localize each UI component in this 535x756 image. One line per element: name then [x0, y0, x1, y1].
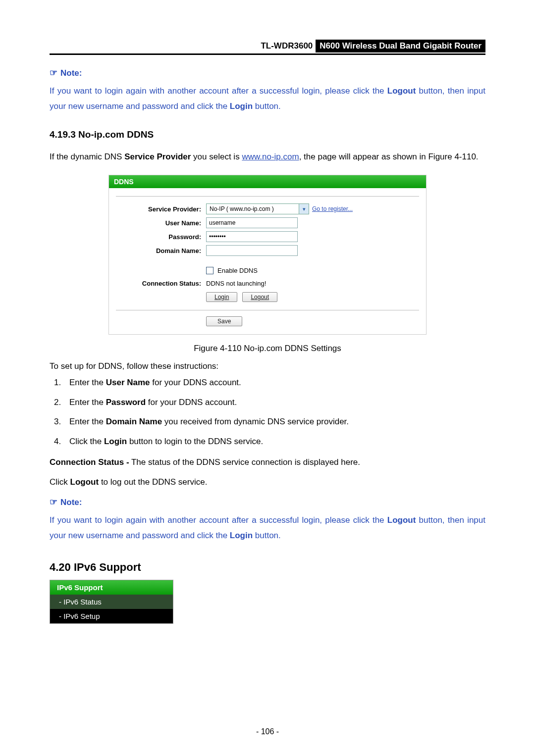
note-body-2: If you want to login again with another … — [50, 512, 485, 544]
step-4: Click the Login button to login to the D… — [63, 435, 485, 448]
figure-caption: Figure 4-110 No-ip.com DDNS Settings — [50, 344, 485, 353]
model-number: TL-WDR3600 — [258, 40, 316, 52]
connection-status-text: DDNS not launching! — [206, 280, 266, 287]
user-name-input[interactable] — [206, 217, 298, 228]
steps-list: Enter the User Name for your DDNS accoun… — [50, 376, 485, 448]
label-user-name: User Name: — [116, 219, 206, 227]
label-password: Password: — [116, 233, 206, 241]
note-body-1: If you want to login again with another … — [50, 83, 485, 114]
noip-link[interactable]: www.no-ip.com — [242, 152, 299, 161]
section-intro: If the dynamic DNS Service Provider you … — [50, 149, 485, 165]
panel-title: DDNS — [109, 175, 426, 188]
logout-desc: Click Logout to log out the DDNS service… — [50, 474, 485, 490]
save-button[interactable]: Save — [206, 316, 242, 326]
label-connection-status: Connection Status: — [116, 280, 206, 287]
step-1: Enter the User Name for your DDNS accoun… — [63, 376, 485, 389]
enable-ddns-label: Enable DDNS — [217, 267, 258, 274]
step-3: Enter the Domain Name you received from … — [63, 415, 485, 428]
doc-header: TL-WDR3600N600 Wireless Dual Band Gigabi… — [50, 40, 485, 52]
note-heading-2: ☞Note: — [50, 497, 485, 507]
hand-icon: ☞ — [50, 68, 57, 78]
hand-icon: ☞ — [50, 497, 57, 507]
service-provider-select[interactable]: No-IP ( www.no-ip.com ) ▾ — [206, 203, 309, 214]
ipv6-menu: IPv6 Support - IPv6 Status - IPv6 Setup — [50, 580, 173, 624]
product-name: N600 Wireless Dual Band Gigabit Router — [316, 40, 485, 52]
note-label-2: Note: — [60, 498, 82, 507]
step-2: Enter the Password for your DDNS account… — [63, 396, 485, 409]
label-service-provider: Service Provider: — [116, 205, 206, 213]
panel-divider — [116, 196, 419, 197]
go-to-register-link[interactable]: Go to register... — [312, 205, 353, 212]
password-input[interactable] — [206, 231, 298, 242]
note-label: Note: — [60, 68, 82, 78]
ipv6-menu-title: IPv6 Support — [50, 580, 173, 595]
select-value: No-IP ( www.no-ip.com ) — [207, 204, 299, 214]
chevron-down-icon: ▾ — [299, 204, 309, 214]
enable-ddns-checkbox[interactable] — [206, 267, 214, 274]
label-domain-name: Domain Name: — [116, 247, 206, 254]
connection-status-desc: Connection Status - The status of the DD… — [50, 454, 485, 470]
setup-intro: To set up for DDNS, follow these instruc… — [50, 361, 485, 371]
domain-name-input[interactable] — [206, 245, 298, 256]
page-number: - 106 - — [0, 727, 535, 736]
ipv6-heading: 4.20 IPv6 Support — [50, 561, 485, 574]
login-button[interactable]: Login — [206, 292, 237, 302]
logout-button[interactable]: Logout — [242, 292, 277, 302]
header-rule — [50, 53, 485, 55]
sidebar-item-ipv6-setup[interactable]: - IPv6 Setup — [50, 609, 173, 623]
note-heading-1: ☞Note: — [50, 67, 485, 78]
section-heading: 4.19.3 No-ip.com DDNS — [50, 129, 485, 140]
sidebar-item-ipv6-status[interactable]: - IPv6 Status — [50, 595, 173, 609]
panel-divider-2 — [116, 310, 419, 310]
ddns-panel: DDNS Service Provider: No-IP ( www.no-ip… — [108, 175, 427, 335]
